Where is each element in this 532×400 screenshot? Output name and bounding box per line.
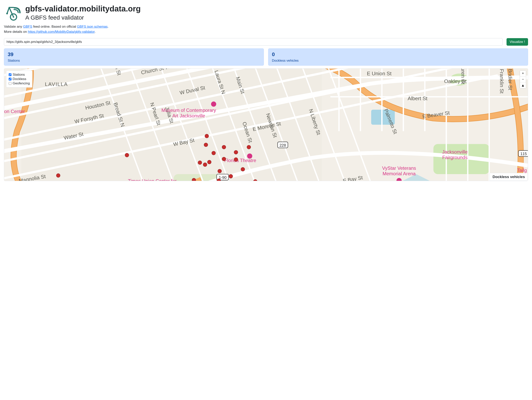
svg-text:228: 228 bbox=[279, 143, 286, 148]
layer-dockless[interactable]: Dockless bbox=[9, 77, 30, 81]
station-marker[interactable] bbox=[125, 153, 129, 157]
station-marker[interactable] bbox=[234, 150, 238, 154]
svg-text:Florida Theatre: Florida Theatre bbox=[224, 158, 256, 163]
svg-text:Memorial Arena: Memorial Arena bbox=[382, 171, 416, 176]
svg-text:Franklin St: Franklin St bbox=[499, 69, 505, 93]
svg-text:VyStar Veterans: VyStar Veterans bbox=[382, 165, 416, 171]
dockless-card: 0 Dockless vehicles bbox=[268, 48, 528, 66]
svg-text:115: 115 bbox=[520, 152, 527, 156]
svg-text:on Center: on Center bbox=[4, 109, 25, 114]
zoom-out-button[interactable]: − bbox=[520, 77, 526, 82]
stations-card: 39 Stations bbox=[4, 48, 264, 66]
map-container[interactable]: Stations Dockless Geofencing + − ▲ Dockl… bbox=[4, 68, 528, 181]
svg-point-121 bbox=[247, 154, 252, 159]
map-legend: Dockless vehicles bbox=[489, 173, 528, 181]
svg-text:Fairgrounds: Fairgrounds bbox=[442, 155, 468, 160]
svg-text:Times Union Center for: Times Union Center for bbox=[128, 178, 177, 181]
station-marker[interactable] bbox=[222, 145, 226, 149]
stations-checkbox[interactable] bbox=[9, 73, 12, 76]
schemas-link[interactable]: GBFS json schemas bbox=[77, 25, 108, 28]
map-canvas[interactable]: 17 17-23 1-17 1 17 228 1-90 115 LAVILLA … bbox=[4, 69, 528, 181]
station-marker[interactable] bbox=[241, 168, 245, 171]
page-subtitle: A GBFS feed validator bbox=[25, 14, 141, 21]
station-marker[interactable] bbox=[56, 174, 60, 177]
layer-geofencing[interactable]: Geofencing bbox=[9, 81, 30, 85]
svg-text:Bridier St: Bridier St bbox=[507, 69, 513, 90]
svg-text:Albert St: Albert St bbox=[408, 96, 428, 101]
stations-count: 39 bbox=[8, 51, 260, 58]
layer-stations[interactable]: Stations bbox=[9, 73, 30, 77]
station-marker[interactable] bbox=[212, 151, 216, 155]
svg-point-119 bbox=[211, 102, 216, 107]
station-marker[interactable] bbox=[204, 143, 208, 147]
svg-text:Van Buren St: Van Buren St bbox=[460, 69, 466, 84]
dockless-label: Dockless vehicles bbox=[272, 59, 524, 63]
svg-point-2 bbox=[13, 16, 14, 18]
station-marker[interactable] bbox=[234, 157, 238, 161]
geofencing-checkbox[interactable] bbox=[9, 82, 12, 85]
github-link[interactable]: https://github.com/MobilityData/gbfs-val… bbox=[28, 30, 95, 34]
svg-text:Tailg: Tailg bbox=[517, 168, 527, 173]
page-title: gbfs-validator.mobilitydata.org bbox=[25, 4, 141, 13]
station-marker[interactable] bbox=[222, 157, 226, 161]
layer-panel: Stations Dockless Geofencing bbox=[6, 71, 32, 88]
svg-text:E Union St: E Union St bbox=[367, 71, 392, 77]
map-controls: + − ▲ bbox=[520, 71, 526, 88]
gbfs-link[interactable]: GBFS bbox=[23, 25, 32, 28]
svg-text:LAVILLA: LAVILLA bbox=[45, 81, 68, 87]
station-marker[interactable] bbox=[218, 169, 222, 173]
visualize-button[interactable]: Visualize ! bbox=[507, 38, 528, 46]
station-marker[interactable] bbox=[229, 174, 233, 178]
svg-text:Art Jacksonville: Art Jacksonville bbox=[172, 113, 205, 118]
station-marker[interactable] bbox=[247, 145, 251, 149]
zoom-in-button[interactable]: + bbox=[520, 71, 526, 77]
stations-label: Stations bbox=[8, 59, 260, 63]
station-marker[interactable] bbox=[198, 161, 202, 165]
station-marker[interactable] bbox=[205, 134, 209, 138]
svg-point-1 bbox=[6, 13, 8, 14]
compass-button[interactable]: ▲ bbox=[520, 82, 526, 88]
feed-url-input[interactable] bbox=[4, 38, 503, 46]
dockless-count: 0 bbox=[272, 51, 524, 58]
station-marker[interactable] bbox=[207, 160, 211, 164]
intro-text: Validate any GBFS feed online. Based on … bbox=[4, 24, 528, 34]
svg-text:Jacksonville: Jacksonville bbox=[442, 149, 468, 155]
dockless-checkbox[interactable] bbox=[9, 78, 12, 80]
svg-text:Museum of Contemporary: Museum of Contemporary bbox=[162, 108, 216, 113]
app-logo bbox=[4, 4, 21, 21]
station-marker[interactable] bbox=[203, 163, 207, 167]
